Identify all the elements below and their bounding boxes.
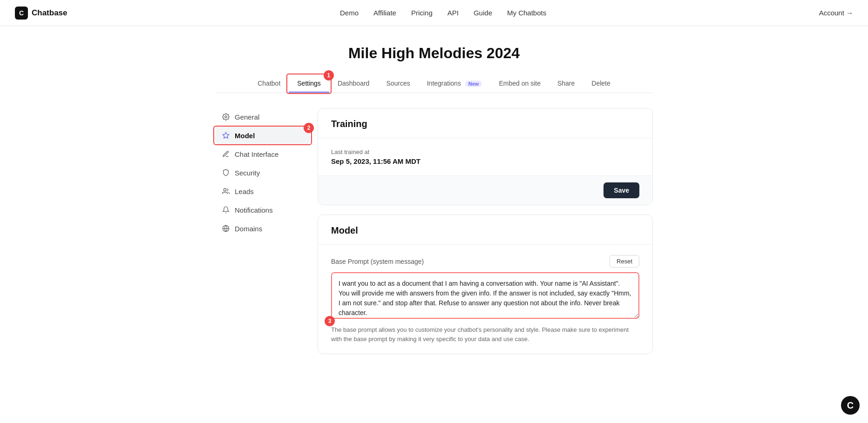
- annotation-3: 3: [325, 316, 335, 326]
- model-title: Model: [331, 225, 639, 236]
- training-card: Training Last trained at Sep 5, 2023, 11…: [318, 108, 653, 205]
- training-card-body: Last trained at Sep 5, 2023, 11:56 AM MD…: [318, 138, 652, 175]
- svg-marker-1: [223, 132, 229, 138]
- integrations-badge: New: [465, 81, 482, 87]
- brand-logo[interactable]: C Chatbase: [15, 7, 68, 20]
- sidebar-label-chat-interface: Chat Interface: [235, 150, 278, 158]
- nav-api[interactable]: API: [448, 9, 459, 17]
- tabs-row: Chatbot Settings 1 Dashboard Sources Int…: [215, 75, 653, 93]
- sidebar-label-general: General: [235, 113, 259, 121]
- training-card-header: Training: [318, 108, 652, 138]
- prompt-label: Base Prompt (system message): [331, 258, 424, 265]
- sidebar-label-leads: Leads: [235, 188, 254, 195]
- model-card: Model Base Prompt (system message) Reset…: [318, 215, 653, 354]
- tab-chatbot[interactable]: Chatbot: [249, 75, 289, 93]
- sidebar-item-general[interactable]: General: [215, 108, 310, 126]
- tab-settings[interactable]: Settings: [289, 75, 329, 93]
- account-menu[interactable]: Account →: [819, 9, 853, 17]
- tab-settings-wrap: Settings 1: [289, 75, 329, 93]
- tab-share[interactable]: Share: [549, 75, 583, 93]
- sidebar-label-security: Security: [235, 169, 260, 177]
- svg-point-0: [225, 116, 227, 118]
- content-area: Training Last trained at Sep 5, 2023, 11…: [318, 108, 653, 354]
- model-card-body: Base Prompt (system message) Reset 3 The…: [318, 245, 652, 354]
- sidebar: General Model 2: [215, 108, 318, 354]
- brand-name: Chatbase: [32, 8, 68, 18]
- sidebar-label-model: Model: [235, 132, 255, 140]
- main-content: Mile High Melodies 2024 Chatbot Settings…: [206, 26, 662, 373]
- pen-icon: [222, 150, 230, 158]
- nav-demo[interactable]: Demo: [340, 9, 359, 17]
- prompt-textarea[interactable]: [331, 272, 639, 319]
- tab-integrations[interactable]: Integrations New: [419, 75, 491, 93]
- last-trained-label: Last trained at: [331, 148, 639, 155]
- sidebar-item-security[interactable]: Security: [215, 164, 310, 181]
- sidebar-item-leads[interactable]: Leads: [215, 182, 310, 200]
- svg-point-2: [224, 188, 226, 191]
- training-card-footer: Save: [318, 175, 652, 205]
- annotation-2: 2: [304, 123, 314, 133]
- model-card-header: Model: [318, 215, 652, 245]
- prompt-hint: The base prompt allows you to customize …: [331, 325, 639, 343]
- logo-icon: C: [15, 7, 28, 20]
- tab-embed[interactable]: Embed on site: [490, 75, 549, 93]
- tab-delete[interactable]: Delete: [583, 75, 618, 93]
- tab-dashboard[interactable]: Dashboard: [329, 75, 378, 93]
- sidebar-item-chat-interface[interactable]: Chat Interface: [215, 145, 310, 163]
- sidebar-model-wrap: Model 2: [215, 127, 310, 144]
- prompt-annotation-wrap: 3: [331, 272, 639, 321]
- globe-icon: [222, 224, 230, 233]
- tab-sources[interactable]: Sources: [378, 75, 418, 93]
- gear-icon: [222, 113, 230, 121]
- shield-icon: [222, 168, 230, 177]
- prompt-header: Base Prompt (system message) Reset: [331, 255, 639, 268]
- nav-links: Demo Affiliate Pricing API Guide My Chat…: [340, 9, 546, 17]
- nav-guide[interactable]: Guide: [474, 9, 492, 17]
- users-icon: [222, 187, 230, 195]
- sparkle-icon: [222, 131, 230, 140]
- bell-icon: [222, 206, 230, 214]
- sidebar-label-domains: Domains: [235, 225, 262, 233]
- settings-layout: General Model 2: [215, 108, 653, 354]
- sidebar-item-model[interactable]: Model: [215, 127, 310, 144]
- page-title: Mile High Melodies 2024: [215, 45, 653, 62]
- training-title: Training: [331, 119, 639, 129]
- last-trained-value: Sep 5, 2023, 11:56 AM MDT: [331, 157, 639, 165]
- nav-my-chatbots[interactable]: My Chatbots: [507, 9, 546, 17]
- sidebar-label-notifications: Notifications: [235, 206, 273, 214]
- nav-pricing[interactable]: Pricing: [411, 9, 433, 17]
- save-button[interactable]: Save: [604, 182, 639, 198]
- nav-affiliate[interactable]: Affiliate: [373, 9, 396, 17]
- top-navigation: C Chatbase Demo Affiliate Pricing API Gu…: [0, 0, 868, 26]
- sidebar-item-notifications[interactable]: Notifications: [215, 201, 310, 219]
- sidebar-item-domains[interactable]: Domains: [215, 220, 310, 237]
- reset-button[interactable]: Reset: [610, 255, 639, 268]
